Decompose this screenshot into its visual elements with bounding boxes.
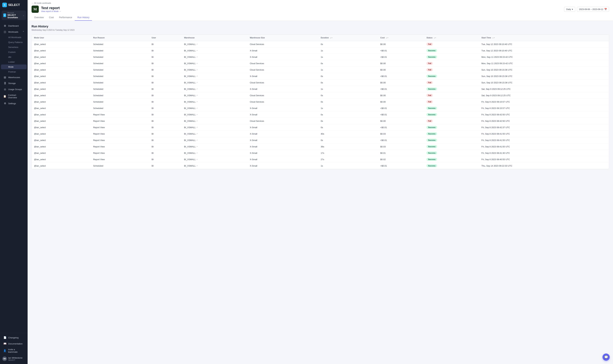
external-link-icon: ↗: [196, 50, 198, 52]
tab-performance[interactable]: Performance: [56, 14, 75, 21]
report-header: M Test report View report in Mode → Dail…: [31, 4, 609, 13]
table-row[interactable]: @ian_select Scheduled BI BI_XSMALL ↗ X-S…: [32, 163, 609, 169]
cell-warehouse[interactable]: BI_XSMALL ↗: [182, 111, 247, 118]
sidebar-item-invite-teammate[interactable]: 👤 Invite a teammate: [1, 347, 27, 355]
cell-warehouse[interactable]: BI_XSMALL ↗: [182, 67, 247, 73]
cell-warehouse[interactable]: BI_XSMALL ↗: [182, 150, 247, 156]
sidebar-item-fivetran[interactable]: Fivetran: [1, 69, 27, 74]
cell-mode-user: @ian_select: [32, 47, 91, 54]
cell-status: Success: [424, 111, 479, 118]
cell-status: Success: [424, 150, 479, 156]
cell-warehouse[interactable]: BI_XSMALL ↗: [182, 54, 247, 60]
cell-warehouse[interactable]: BI_XSMALL ↗: [182, 156, 247, 163]
cell-warehouse[interactable]: BI_XSMALL ↗: [182, 47, 247, 54]
cell-warehouse-size: X-Small: [247, 47, 318, 54]
user-profile[interactable]: IW Ian Whitestone SELECT: [0, 355, 27, 363]
cell-warehouse[interactable]: BI_XSMALL ↗: [182, 137, 247, 143]
sidebar-item-serverless[interactable]: Serverless: [1, 45, 27, 50]
cell-warehouse[interactable]: BI_XSMALL ↗: [182, 92, 247, 99]
cell-warehouse[interactable]: BI_XSMALL ↗: [182, 60, 247, 67]
table-row[interactable]: @ian_select Report View BI BI_XSMALL ↗ X…: [32, 143, 609, 150]
breadcrumb[interactable]: ← All mode workloads: [31, 0, 609, 4]
cell-warehouse[interactable]: BI_XSMALL ↗: [182, 41, 247, 47]
cell-warehouse[interactable]: BI_XSMALL ↗: [182, 143, 247, 150]
table-row[interactable]: @ian_select Scheduled BI BI_XSMALL ↗ X-S…: [32, 73, 609, 79]
cell-warehouse[interactable]: BI_XSMALL ↗: [182, 86, 247, 92]
table-row[interactable]: @ian_select Scheduled BI BI_XSMALL ↗ Clo…: [32, 67, 609, 73]
col-status[interactable]: Status ▲▼: [424, 35, 479, 41]
daily-dropdown[interactable]: Daily ▾: [564, 7, 575, 12]
account-switcher[interactable]: ❄ Account SELECT Snowflake ⌄: [2, 11, 26, 20]
chat-button[interactable]: 💬: [602, 353, 610, 361]
table-row[interactable]: @ian_select Scheduled BI BI_XSMALL ↗ X-S…: [32, 86, 609, 92]
cell-warehouse[interactable]: BI_XSMALL ↗: [182, 105, 247, 111]
sidebar-item-documentation[interactable]: 📖 Documentation: [1, 341, 27, 347]
table-row[interactable]: @ian_select Report View BI BI_XSMALL ↗ X…: [32, 150, 609, 156]
table-row[interactable]: @ian_select Scheduled BI BI_XSMALL ↗ X-S…: [32, 54, 609, 60]
cell-warehouse[interactable]: BI_XSMALL ↗: [182, 163, 247, 169]
cell-warehouse[interactable]: BI_XSMALL ↗: [182, 131, 247, 137]
sidebar-item-all-workloads[interactable]: All Workloads: [1, 35, 27, 40]
tab-cost[interactable]: Cost: [46, 14, 56, 21]
table-row[interactable]: @ian_select Report View BI BI_XSMALL ↗ X…: [32, 111, 609, 118]
sidebar-item-changelog[interactable]: 📄 Changelog: [1, 335, 27, 340]
sidebar-item-usage-groups[interactable]: ◎ Usage Groups: [1, 86, 27, 92]
cell-user: BI: [149, 124, 182, 131]
sidebar-item-settings[interactable]: ⚙ Settings: [1, 100, 27, 106]
table-row[interactable]: @ian_select Scheduled BI BI_XSMALL ↗ X-S…: [32, 47, 609, 54]
col-start-time[interactable]: Start Time ▲▼: [479, 35, 609, 41]
external-link-icon: ↗: [196, 146, 198, 147]
cell-run-reason: Report View: [91, 118, 149, 124]
cell-user: BI: [149, 111, 182, 118]
sidebar-item-warehouses[interactable]: ▤ Warehouses: [1, 74, 27, 80]
col-cost[interactable]: Cost ▲▼: [378, 35, 424, 41]
cell-status: Fail: [424, 92, 479, 99]
table-row[interactable]: @ian_select Scheduled BI BI_XSMALL ↗ X-S…: [32, 105, 609, 111]
cell-warehouse[interactable]: BI_XSMALL ↗: [182, 99, 247, 105]
breadcrumb-back-link[interactable]: ← All mode workloads: [31, 2, 51, 4]
sidebar-item-workloads[interactable]: ◫ Workloads ⌃: [1, 29, 27, 35]
sidebar-item-custom[interactable]: Custom: [1, 50, 27, 54]
sidebar-item-query-patterns[interactable]: Query Patterns: [1, 40, 27, 45]
table-row[interactable]: @ian_select Scheduled BI BI_XSMALL ↗ Clo…: [32, 60, 609, 67]
col-duration[interactable]: Duration ▲▼: [318, 35, 378, 41]
cell-mode-user: @ian_select: [32, 54, 91, 60]
workloads-children: All Workloads Query Patterns Serverless …: [0, 35, 27, 74]
table-row[interactable]: @ian_select Scheduled BI BI_XSMALL ↗ Clo…: [32, 41, 609, 47]
table-row[interactable]: @ian_select Scheduled BI BI_XSMALL ↗ Clo…: [32, 92, 609, 99]
table-row[interactable]: @ian_select Report View BI BI_XSMALL ↗ X…: [32, 124, 609, 131]
status-badge: Fail: [426, 119, 433, 122]
run-history-table: Mode User Run Reason User Warehouse Ware…: [31, 35, 609, 169]
cell-warehouse[interactable]: BI_XSMALL ↗: [182, 118, 247, 124]
sidebar-item-storage[interactable]: 🗄 Storage: [1, 80, 27, 86]
status-badge: Success: [426, 55, 437, 58]
cell-status: Fail: [424, 67, 479, 73]
cell-status: Success: [424, 54, 479, 60]
sidebar-item-contract-overview[interactable]: 📋 Contract Overview: [1, 92, 27, 100]
sidebar-item-mode[interactable]: Mode: [1, 65, 27, 69]
sidebar-item-label: Usage Groups: [8, 88, 22, 91]
cell-warehouse[interactable]: BI_XSMALL ↗: [182, 79, 247, 86]
external-link-icon: ↗: [196, 165, 198, 167]
sidebar-item-dbt[interactable]: dbt: [1, 55, 27, 59]
table-row[interactable]: @ian_select Report View BI BI_XSMALL ↗ C…: [32, 118, 609, 124]
table-row[interactable]: @ian_select Report View BI BI_XSMALL ↗ X…: [32, 156, 609, 163]
date-range-picker[interactable]: 2023-09-06 ~ 2023-09-12 📅: [577, 7, 609, 12]
tab-overview[interactable]: Overview: [31, 14, 46, 21]
cell-run-reason: Scheduled: [91, 99, 149, 105]
report-external-link[interactable]: View report in Mode →: [41, 10, 61, 13]
status-badge: Fail: [426, 94, 433, 97]
sidebar-item-dashboard[interactable]: ⊞ Dashboard: [1, 23, 27, 29]
cell-warehouse[interactable]: BI_XSMALL ↗: [182, 73, 247, 79]
cell-cost: $0.00: [378, 92, 424, 99]
table-row[interactable]: @ian_select Report View BI BI_XSMALL ↗ X…: [32, 131, 609, 137]
status-badge: Success: [426, 88, 437, 91]
table-row[interactable]: @ian_select Report View BI BI_XSMALL ↗ X…: [32, 137, 609, 143]
col-user: User: [149, 35, 182, 41]
sidebar-item-looker[interactable]: Looker: [1, 60, 27, 64]
table-row[interactable]: @ian_select Scheduled BI BI_XSMALL ↗ Clo…: [32, 99, 609, 105]
cell-warehouse[interactable]: BI_XSMALL ↗: [182, 124, 247, 131]
cell-mode-user: @ian_select: [32, 118, 91, 124]
tab-run-history[interactable]: Run History: [75, 14, 92, 21]
table-row[interactable]: @ian_select Scheduled BI BI_XSMALL ↗ Clo…: [32, 79, 609, 86]
